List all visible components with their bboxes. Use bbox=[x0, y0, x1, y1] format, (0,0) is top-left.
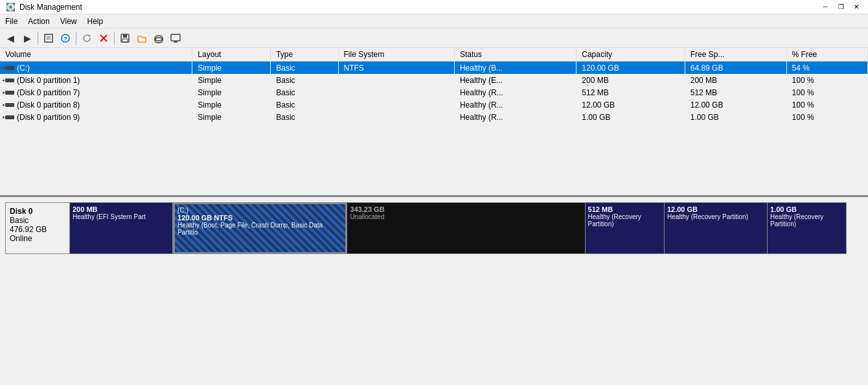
disk-button[interactable] bbox=[151, 30, 166, 46]
close-button[interactable]: ✕ bbox=[850, 1, 863, 14]
table-cell: 512 MB bbox=[685, 86, 786, 99]
volume-table-panel: Volume Layout Type File System Status Ca… bbox=[0, 48, 868, 197]
menu-view[interactable]: View bbox=[55, 16, 82, 27]
table-cell: Basic bbox=[271, 62, 338, 75]
volume-icon: (Disk 0 partition 9) bbox=[5, 113, 80, 122]
table-cell bbox=[338, 111, 454, 123]
partition-efi[interactable]: 200 MB Healthy (EFI System Part bbox=[70, 202, 173, 254]
volume-icon: (Disk 0 partition 7) bbox=[5, 88, 80, 97]
title-bar: 💽 Disk Management ─ ❐ ✕ bbox=[0, 0, 868, 14]
partition-size: 512 MB bbox=[588, 205, 661, 213]
disk-row: Disk 0 Basic 476.92 GB Online 200 MB Hea… bbox=[5, 202, 863, 254]
partition-size: 200 MB bbox=[73, 205, 170, 213]
disk-size: 476.92 GB bbox=[10, 225, 65, 234]
volume-name: (Disk 0 partition 1) bbox=[17, 76, 80, 85]
properties-button[interactable] bbox=[41, 30, 56, 46]
table-cell: Simple bbox=[192, 74, 271, 86]
table-row[interactable]: (Disk 0 partition 7) SimpleBasicHealthy … bbox=[0, 86, 868, 99]
partition-ntfs[interactable]: (C:) 120.00 GB NTFS Healthy (Boot, Page … bbox=[173, 202, 347, 254]
table-cell: Healthy (E... bbox=[454, 74, 576, 86]
partition-label: Unallocated bbox=[350, 213, 582, 220]
table-cell bbox=[338, 86, 454, 99]
table-cell bbox=[338, 99, 454, 111]
volume-name: (Disk 0 partition 9) bbox=[17, 113, 80, 122]
disk-partitions: 200 MB Healthy (EFI System Part(C:) 120.… bbox=[70, 202, 863, 254]
partition-status: Healthy (EFI System Part bbox=[73, 213, 170, 220]
partition-status: Healthy (Boot, Page File, Crash Dump, Ba… bbox=[177, 222, 343, 236]
table-row[interactable]: (C:) SimpleBasicNTFSHealthy (B...120.00 … bbox=[0, 62, 868, 75]
partition-size: 343.23 GB bbox=[350, 205, 582, 213]
table-row[interactable]: (Disk 0 partition 8) SimpleBasicHealthy … bbox=[0, 99, 868, 111]
table-cell: Basic bbox=[271, 86, 338, 99]
col-capacity[interactable]: Capacity bbox=[577, 48, 685, 62]
restore-button[interactable]: ❐ bbox=[834, 1, 847, 14]
disk-drive-icon bbox=[5, 66, 14, 70]
disk-drive-icon bbox=[5, 78, 14, 82]
volume-icon: (Disk 0 partition 8) bbox=[5, 100, 80, 110]
table-cell: 12.00 GB bbox=[577, 99, 685, 111]
table-cell: Simple bbox=[192, 111, 271, 123]
table-cell: 512 MB bbox=[577, 86, 685, 99]
partition-recovery12gb[interactable]: 12.00 GB Healthy (Recovery Partition) bbox=[665, 202, 768, 254]
disk-drive-icon bbox=[5, 115, 14, 119]
partition-status: Healthy (Recovery Partition) bbox=[667, 213, 764, 220]
table-cell: Healthy (R... bbox=[454, 111, 576, 123]
volume-name: (Disk 0 partition 7) bbox=[17, 88, 80, 97]
table-row[interactable]: (Disk 0 partition 9) SimpleBasicHealthy … bbox=[0, 111, 868, 123]
partition-unallocated[interactable]: 343.23 GB Unallocated bbox=[347, 202, 585, 254]
window-title: Disk Management bbox=[19, 3, 82, 12]
partition-status: Healthy (Recovery Partition) bbox=[588, 213, 661, 228]
partition-size: 1.00 GB bbox=[770, 205, 843, 213]
partition-recovery512[interactable]: 512 MB Healthy (Recovery Partition) bbox=[586, 202, 665, 254]
table-cell: Simple bbox=[192, 99, 271, 111]
toolbar-sep-2 bbox=[76, 32, 76, 45]
minimize-button[interactable]: ─ bbox=[819, 1, 832, 14]
table-cell: Simple bbox=[192, 62, 271, 75]
table-cell: 100 % bbox=[786, 86, 867, 99]
monitor-button[interactable] bbox=[168, 30, 183, 46]
help-toolbar-button[interactable]: ? bbox=[58, 30, 73, 46]
table-cell: Basic bbox=[271, 99, 338, 111]
table-cell: 100 % bbox=[786, 111, 867, 123]
refresh-button[interactable] bbox=[79, 30, 95, 46]
app-icon: 💽 bbox=[5, 2, 16, 12]
partition-status: Healthy (Recovery Partition) bbox=[770, 213, 843, 228]
svg-rect-0 bbox=[45, 34, 52, 42]
table-cell bbox=[338, 74, 454, 86]
col-freespace[interactable]: Free Sp... bbox=[685, 48, 786, 62]
disk-drive-icon bbox=[5, 103, 14, 107]
table-cell: 54 % bbox=[786, 62, 867, 75]
table-cell: 1.00 GB bbox=[577, 111, 685, 123]
volume-icon: (Disk 0 partition 1) bbox=[5, 76, 80, 85]
col-status[interactable]: Status bbox=[454, 48, 576, 62]
title-bar-left: 💽 Disk Management bbox=[5, 2, 82, 12]
main-content: Volume Layout Type File System Status Ca… bbox=[0, 48, 868, 385]
col-layout[interactable]: Layout bbox=[192, 48, 271, 62]
col-percentfree[interactable]: % Free bbox=[786, 48, 867, 62]
menu-file[interactable]: File bbox=[0, 16, 23, 27]
partition-size: 120.00 GB NTFS bbox=[177, 214, 343, 222]
partition-recovery1gb[interactable]: 1.00 GB Healthy (Recovery Partition) bbox=[768, 202, 847, 254]
disk-drive-icon bbox=[5, 91, 14, 95]
table-cell: 64.89 GB bbox=[685, 62, 786, 75]
table-cell: 100 % bbox=[786, 74, 867, 86]
forward-button[interactable]: ▶ bbox=[19, 30, 35, 46]
table-row[interactable]: (Disk 0 partition 1) SimpleBasicHealthy … bbox=[0, 74, 868, 86]
svg-text:?: ? bbox=[63, 36, 67, 42]
menu-help[interactable]: Help bbox=[82, 16, 109, 27]
volume-table: Volume Layout Type File System Status Ca… bbox=[0, 48, 868, 123]
open-button[interactable] bbox=[134, 30, 150, 46]
disk-type: Basic bbox=[10, 216, 65, 225]
disk-label: Disk 0 Basic 476.92 GB Online bbox=[5, 202, 70, 254]
table-cell: Basic bbox=[271, 74, 338, 86]
volume-name: (C:) bbox=[17, 64, 30, 73]
delete-button[interactable] bbox=[96, 30, 111, 46]
table-cell: 200 MB bbox=[577, 74, 685, 86]
menu-action[interactable]: Action bbox=[23, 16, 54, 27]
col-type[interactable]: Type bbox=[271, 48, 338, 62]
back-button[interactable]: ◀ bbox=[3, 30, 18, 46]
col-volume[interactable]: Volume bbox=[0, 48, 192, 62]
save-button[interactable] bbox=[117, 30, 133, 46]
col-filesystem[interactable]: File System bbox=[338, 48, 454, 62]
partition-size: 12.00 GB bbox=[667, 205, 764, 213]
